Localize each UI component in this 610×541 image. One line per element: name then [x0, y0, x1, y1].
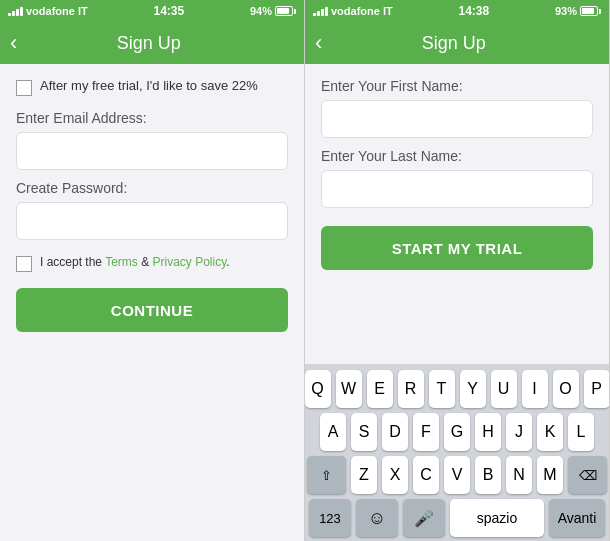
key-y[interactable]: Y [460, 370, 486, 408]
password-input[interactable] [16, 202, 288, 240]
key-a[interactable]: A [320, 413, 346, 451]
key-u[interactable]: U [491, 370, 517, 408]
right-status-right: 93% [555, 5, 601, 17]
privacy-link[interactable]: Privacy Policy [153, 255, 227, 269]
key-c[interactable]: C [413, 456, 439, 494]
email-label: Enter Email Address: [16, 110, 288, 126]
keyboard: Q W E R T Y U I O P A S D F G H J K L ⇧ … [305, 364, 609, 541]
last-name-input[interactable] [321, 170, 593, 208]
first-name-field-group: Enter Your First Name: [321, 78, 593, 138]
terms-checkbox[interactable] [16, 256, 32, 272]
time-label: 14:35 [154, 4, 185, 18]
password-label: Create Password: [16, 180, 288, 196]
right-time-label: 14:38 [459, 4, 490, 18]
save-trial-label: After my free trial, I'd like to save 22… [40, 78, 258, 95]
key-l[interactable]: L [568, 413, 594, 451]
key-q[interactable]: Q [305, 370, 331, 408]
right-back-button[interactable]: ‹ [315, 32, 322, 54]
key-e[interactable]: E [367, 370, 393, 408]
key-numbers[interactable]: 123 [309, 499, 351, 537]
right-battery-percent: 93% [555, 5, 577, 17]
left-nav-bar: ‹ Sign Up [0, 22, 304, 64]
key-p[interactable]: P [584, 370, 610, 408]
terms-amp: & [138, 255, 153, 269]
key-o[interactable]: O [553, 370, 579, 408]
carrier-label: vodafone IT [26, 5, 88, 17]
right-panel: vodafone IT 14:38 93% ‹ Sign Up Enter Yo… [305, 0, 610, 541]
first-name-input[interactable] [321, 100, 593, 138]
key-r[interactable]: R [398, 370, 424, 408]
terms-row: I accept the Terms & Privacy Policy. [16, 254, 288, 272]
terms-link[interactable]: Terms [105, 255, 138, 269]
first-name-label: Enter Your First Name: [321, 78, 593, 94]
battery-icon [275, 6, 296, 16]
key-space[interactable]: spazio [450, 499, 544, 537]
last-name-field-group: Enter Your Last Name: [321, 148, 593, 208]
left-status-left: vodafone IT [8, 5, 88, 17]
key-b[interactable]: B [475, 456, 501, 494]
key-n[interactable]: N [506, 456, 532, 494]
key-x[interactable]: X [382, 456, 408, 494]
right-carrier-label: vodafone IT [331, 5, 393, 17]
left-content: After my free trial, I'd like to save 22… [0, 64, 304, 541]
key-d[interactable]: D [382, 413, 408, 451]
terms-prefix: I accept the [40, 255, 105, 269]
keyboard-row-2: A S D F G H J K L [307, 413, 607, 451]
keyboard-bottom-row: 123 ☺ 🎤 spazio Avanti [307, 499, 607, 537]
key-next[interactable]: Avanti [549, 499, 605, 537]
email-input[interactable] [16, 132, 288, 170]
right-status-left: vodafone IT [313, 5, 393, 17]
save-trial-row: After my free trial, I'd like to save 22… [16, 78, 288, 96]
page-title: Sign Up [25, 33, 272, 54]
key-k[interactable]: K [537, 413, 563, 451]
right-content: Enter Your First Name: Enter Your Last N… [305, 64, 609, 364]
right-nav-bar: ‹ Sign Up [305, 22, 609, 64]
continue-button[interactable]: CONTINUE [16, 288, 288, 332]
key-i[interactable]: I [522, 370, 548, 408]
right-status-bar: vodafone IT 14:38 93% [305, 0, 609, 22]
key-mic[interactable]: 🎤 [403, 499, 445, 537]
left-status-right: 94% [250, 5, 296, 17]
back-button[interactable]: ‹ [10, 32, 17, 54]
key-f[interactable]: F [413, 413, 439, 451]
terms-suffix: . [226, 255, 229, 269]
last-name-label: Enter Your Last Name: [321, 148, 593, 164]
key-j[interactable]: J [506, 413, 532, 451]
left-status-bar: vodafone IT 14:35 94% [0, 0, 304, 22]
key-t[interactable]: T [429, 370, 455, 408]
password-field-group: Create Password: [16, 180, 288, 240]
key-shift[interactable]: ⇧ [307, 456, 346, 494]
key-h[interactable]: H [475, 413, 501, 451]
terms-text: I accept the Terms & Privacy Policy. [40, 254, 230, 271]
key-g[interactable]: G [444, 413, 470, 451]
start-trial-button[interactable]: START MY TRIAL [321, 226, 593, 270]
key-s[interactable]: S [351, 413, 377, 451]
keyboard-row-3: ⇧ Z X C V B N M ⌫ [307, 456, 607, 494]
key-z[interactable]: Z [351, 456, 377, 494]
key-emoji[interactable]: ☺ [356, 499, 398, 537]
right-battery-icon [580, 6, 601, 16]
key-delete[interactable]: ⌫ [568, 456, 607, 494]
key-m[interactable]: M [537, 456, 563, 494]
left-panel: vodafone IT 14:35 94% ‹ Sign Up After my… [0, 0, 305, 541]
email-field-group: Enter Email Address: [16, 110, 288, 170]
save-trial-checkbox[interactable] [16, 80, 32, 96]
signal-icon-right [313, 7, 328, 16]
keyboard-row-1: Q W E R T Y U I O P [307, 370, 607, 408]
signal-icon [8, 7, 23, 16]
battery-percent-label: 94% [250, 5, 272, 17]
key-v[interactable]: V [444, 456, 470, 494]
right-page-title: Sign Up [330, 33, 577, 54]
key-w[interactable]: W [336, 370, 362, 408]
